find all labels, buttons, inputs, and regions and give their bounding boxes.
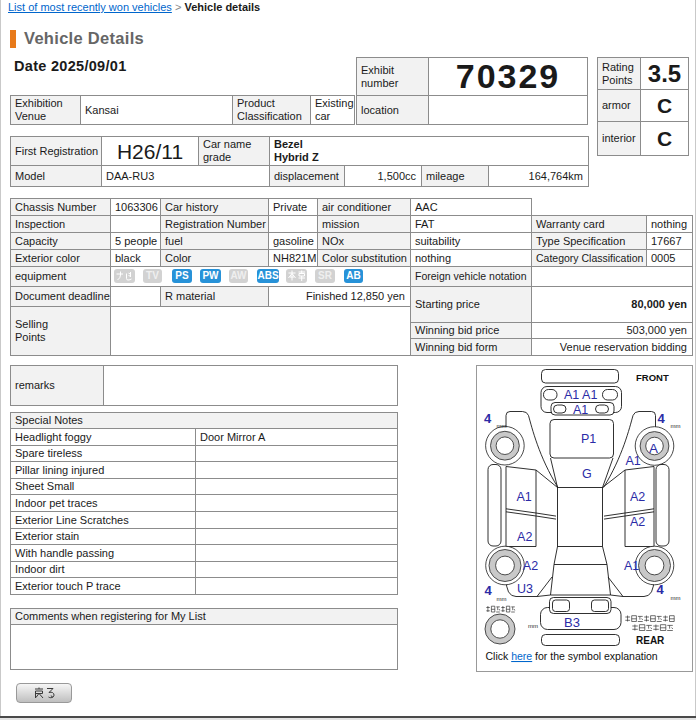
svg-text:FRONT: FRONT bbox=[636, 372, 669, 383]
svg-text:mm: mm bbox=[671, 423, 681, 429]
svg-text:B3: B3 bbox=[564, 615, 580, 630]
svg-text:Click here for the symbol expl: Click here for the symbol explanation bbox=[486, 650, 658, 662]
svg-text:mm: mm bbox=[528, 623, 538, 629]
svg-text:mm: mm bbox=[497, 596, 507, 602]
svg-text:4: 4 bbox=[657, 582, 665, 597]
svg-text:mm: mm bbox=[671, 595, 681, 601]
svg-text:A1: A1 bbox=[517, 490, 532, 504]
svg-text:P1: P1 bbox=[581, 432, 596, 446]
svg-text:4: 4 bbox=[485, 583, 493, 598]
svg-text:A1: A1 bbox=[626, 454, 641, 468]
svg-text:A2: A2 bbox=[630, 490, 645, 504]
svg-text:A1: A1 bbox=[573, 403, 588, 417]
svg-text:A1 A1: A1 A1 bbox=[564, 388, 597, 402]
svg-text:A2: A2 bbox=[523, 559, 538, 573]
svg-text:A1: A1 bbox=[624, 559, 639, 573]
svg-text:A: A bbox=[649, 441, 658, 456]
svg-text:4: 4 bbox=[658, 411, 666, 426]
svg-text:mm: mm bbox=[497, 423, 507, 429]
svg-text:A2: A2 bbox=[630, 515, 645, 529]
svg-text:U3: U3 bbox=[517, 582, 533, 596]
svg-text:A2: A2 bbox=[517, 530, 532, 544]
svg-text:4: 4 bbox=[484, 411, 492, 426]
svg-text:REAR: REAR bbox=[636, 635, 665, 646]
svg-text:G: G bbox=[582, 467, 592, 481]
